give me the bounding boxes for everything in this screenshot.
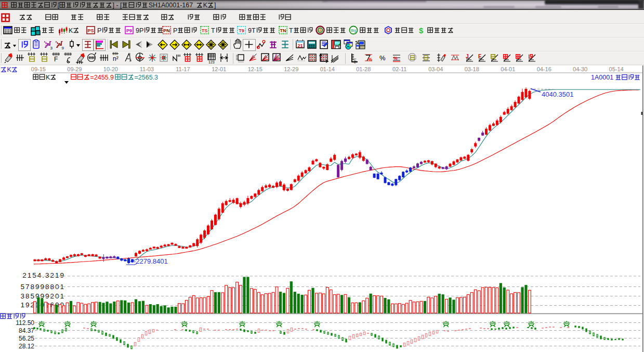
- svg-text:21: 21: [297, 43, 303, 48]
- svg-text:4040.3501: 4040.3501: [542, 90, 573, 98]
- svg-text:PS: PS: [88, 28, 94, 33]
- svg-text:K: K: [7, 66, 12, 73]
- svg-text:04-16: 04-16: [537, 66, 551, 72]
- svg-text:1A0001: 1A0001: [591, 74, 613, 81]
- svg-text:112.50: 112.50: [16, 319, 34, 327]
- svg-text:F: F: [54, 56, 58, 63]
- svg-text:123: 123: [208, 60, 215, 64]
- svg-text:P: P: [173, 27, 177, 34]
- svg-text:T9: T9: [239, 28, 244, 33]
- svg-text:T: T: [211, 27, 215, 34]
- svg-text:03-18: 03-18: [465, 66, 479, 72]
- svg-text:01-28: 01-28: [356, 66, 371, 72]
- svg-text:09-15: 09-15: [31, 66, 46, 72]
- svg-text:%: %: [393, 56, 398, 61]
- svg-text:02-11: 02-11: [392, 66, 406, 72]
- svg-text:12-15: 12-15: [248, 66, 262, 72]
- svg-text:$: $: [419, 26, 424, 35]
- svg-text:PN: PN: [163, 28, 170, 33]
- svg-text:Big: Big: [351, 29, 356, 33]
- svg-text:-2279.8401: -2279.8401: [134, 257, 168, 265]
- svg-text:05-14: 05-14: [609, 66, 624, 72]
- svg-text:28.12: 28.12: [19, 343, 34, 350]
- svg-text:56.25: 56.25: [19, 335, 34, 342]
- svg-text:P9: P9: [126, 28, 132, 33]
- svg-text:09-29: 09-29: [67, 66, 82, 72]
- svg-text:=2565.3: =2565.3: [135, 74, 159, 81]
- svg-text:F: F: [478, 54, 481, 59]
- svg-text:04-30: 04-30: [573, 66, 587, 72]
- svg-text:P: P: [97, 27, 101, 34]
- svg-text:03-04: 03-04: [428, 66, 443, 72]
- svg-text:12-29: 12-29: [284, 66, 298, 72]
- svg-text:01-14: 01-14: [320, 66, 335, 72]
- svg-text:K: K: [203, 2, 208, 9]
- svg-text:9: 9: [62, 46, 64, 50]
- svg-text:10-20: 10-20: [103, 66, 118, 72]
- svg-text:n²: n²: [113, 55, 119, 62]
- svg-text:=2455.9: =2455.9: [90, 74, 114, 81]
- svg-text:9T: 9T: [248, 27, 256, 34]
- svg-text:[: [: [58, 2, 60, 9]
- svg-text:J: J: [466, 54, 469, 59]
- svg-text:SH1A0001-167: SH1A0001-167: [149, 2, 193, 9]
- svg-text:TN: TN: [280, 28, 286, 33]
- svg-text:11-03: 11-03: [140, 66, 154, 72]
- svg-text:2154.3219: 2154.3219: [22, 271, 65, 279]
- svg-text:T: T: [289, 27, 293, 34]
- svg-text:K: K: [46, 74, 50, 81]
- svg-text:%: %: [368, 57, 372, 62]
- svg-text:12-01: 12-01: [212, 66, 226, 72]
- svg-text:11-17: 11-17: [176, 66, 190, 72]
- svg-text:%: %: [379, 54, 386, 62]
- svg-text:04-01: 04-01: [501, 66, 515, 72]
- svg-text:TS: TS: [202, 28, 208, 33]
- svg-text:]: ]: [214, 2, 216, 9]
- svg-text:123: 123: [353, 58, 357, 64]
- svg-text:3: 3: [50, 46, 53, 50]
- svg-text:K: K: [69, 27, 73, 34]
- svg-text:] - [: ] - [: [113, 2, 123, 9]
- svg-text:9P: 9P: [136, 27, 143, 34]
- svg-text:84.37: 84.37: [19, 327, 34, 334]
